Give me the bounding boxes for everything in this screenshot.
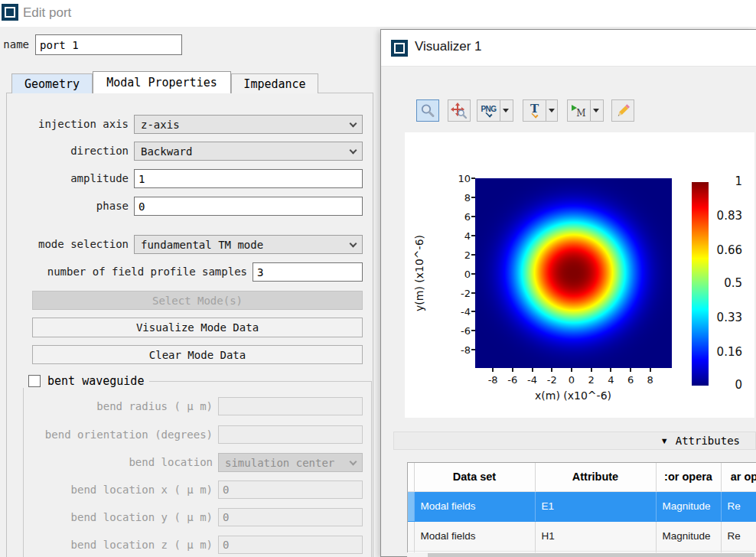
cell-vector-operation[interactable]: Magnitude [656,521,721,551]
cell-vector-operation[interactable]: Magnitude [656,491,721,521]
chevron-down-icon [350,239,357,247]
y-axis-label: y(m) (x10^-6) [413,235,425,311]
direction-select[interactable]: Backward [134,142,363,161]
zoom-tool-button[interactable] [416,99,439,122]
bend-orientation-label: bend orientation (degrees) [0,425,213,445]
cell-scalar-operation[interactable]: Re [721,491,756,521]
bend-location-z-input[interactable] [218,536,363,554]
y-tick-mark [471,311,475,312]
clear-mode-data-button[interactable]: Clear Mode Data [32,345,363,364]
x-tick-mark [532,368,533,372]
y-tick-mark [471,216,475,217]
y-tick-label: 4 [442,230,471,243]
attributes-table: Data set Attribute :or opera ar op Modal… [407,462,756,553]
bent-waveguide-checkbox[interactable] [28,375,41,387]
bend-location-label: bend location [0,453,213,472]
y-tick-label: 6 [442,210,471,223]
x-tick-mark [650,368,651,372]
edit-plot-button[interactable] [611,99,634,122]
y-tick-mark [471,197,475,198]
y-tick-label: -6 [442,324,471,337]
samples-input[interactable] [253,262,363,282]
export-png-button[interactable]: PNG [477,99,513,122]
injection-axis-value: z-axis [141,119,180,131]
cell-data-set[interactable]: Modal fields [414,521,535,551]
bend-location-y-label: bend location y ( μ m) [0,508,213,527]
bend-location-x-label: bend location x ( μ m) [0,480,213,500]
cell-scalar-operation[interactable]: Re [721,521,756,551]
colorbar-tick-label: 0 [713,378,742,393]
direction-label: direction [0,142,129,161]
colorbar-tick-label: 0.16 [713,345,742,360]
y-tick-mark [471,330,475,331]
matlab-export-icon: M [568,100,590,121]
header-scalar-operation[interactable]: ar op [721,463,756,491]
visualizer-window-icon [391,40,408,57]
edit-port-titlebar: Edit port [0,0,756,27]
tab-modal-properties-label: Modal Properties [106,76,217,90]
table-row[interactable]: Modal fields E1 Magnitude Re [408,491,756,521]
bend-radius-input[interactable] [218,397,363,415]
x-tick-mark [610,368,611,372]
png-dropdown-arrow[interactable] [500,100,511,121]
cell-data-set[interactable]: Modal fields [414,491,535,521]
cell-attribute[interactable]: H1 [535,521,656,551]
text-dropdown-arrow[interactable] [546,100,557,121]
header-attribute[interactable]: Attribute [535,463,656,491]
injection-axis-select[interactable]: z-axis [134,115,363,134]
header-vector-operation[interactable]: :or opera [656,463,721,491]
scrollbar-thumb[interactable] [428,553,754,557]
pan-zoom-tool-button[interactable] [448,99,471,122]
tab-modal-properties[interactable]: Modal Properties [93,71,231,93]
bend-radius-label: bend radius ( μ m) [0,397,213,416]
y-tick-mark [471,235,475,236]
y-tick-label: -8 [442,344,471,357]
text-export-button[interactable]: T [523,99,558,122]
mode-selection-select[interactable]: fundamental TM mode [134,235,363,254]
window-icon-inner-square [5,7,15,18]
y-tick-mark [471,273,475,275]
header-data-set[interactable]: Data set [414,463,535,491]
row-indicator [408,491,414,521]
table-horizontal-scrollbar[interactable] [407,552,756,557]
visualizer-titlebar: Visualizer 1 [381,30,756,67]
x-tick-mark [551,368,552,372]
collapse-triangle-icon: ▼ [660,437,669,445]
attributes-section-header[interactable]: ▼ Attributes [393,432,756,450]
y-tick-label: 0 [442,268,471,281]
bend-location-select[interactable]: simulation center [218,453,363,472]
matlab-dropdown-arrow[interactable] [590,100,601,121]
phase-input[interactable] [134,197,363,216]
y-tick-label: 2 [442,249,471,262]
y-tick-mark [471,349,475,350]
table-row[interactable]: Modal fields H1 Magnitude Re [408,521,756,551]
mode-selection-label: mode selection [0,235,129,254]
bent-waveguide-legend: bent waveguide [23,374,149,388]
bend-orientation-input[interactable] [218,425,363,444]
x-tick-mark [591,368,592,372]
amplitude-input[interactable] [134,169,363,188]
mode-selection-value: fundamental TM mode [141,239,263,251]
tab-geometry[interactable]: Geometry [11,73,93,93]
x-axis-label: x(m) (x10^-6) [535,389,611,402]
colorbar-tick-label: 0.5 [713,276,742,291]
magnifier-icon [419,103,436,119]
bend-location-x-input[interactable] [218,480,363,499]
visualize-mode-data-button[interactable]: Visualize Mode Data [32,318,363,337]
export-matlab-button[interactable]: M [567,99,604,122]
x-tick-mark [492,368,494,372]
cell-attribute[interactable]: E1 [535,491,656,521]
bend-location-y-input[interactable] [218,508,363,526]
x-tick-mark [630,368,631,372]
x-tick-label: 8 [639,373,662,386]
select-modes-button[interactable]: Select Mode(s) [32,291,363,310]
bend-location-z-label: bend location z ( μ m) [0,536,213,555]
mode-profile-plot-panel: x(m) (x10^-6) y(m) (x10^-6) 1086420-2-4-… [405,132,754,418]
direction-value: Backward [141,145,192,158]
chevron-down-icon [350,458,357,465]
tab-impedance[interactable]: Impedance [231,73,318,93]
bend-location-value: simulation center [225,457,334,469]
name-input[interactable] [35,34,182,55]
chevron-down-icon [350,119,357,127]
attributes-section-label: Attributes [676,435,740,447]
